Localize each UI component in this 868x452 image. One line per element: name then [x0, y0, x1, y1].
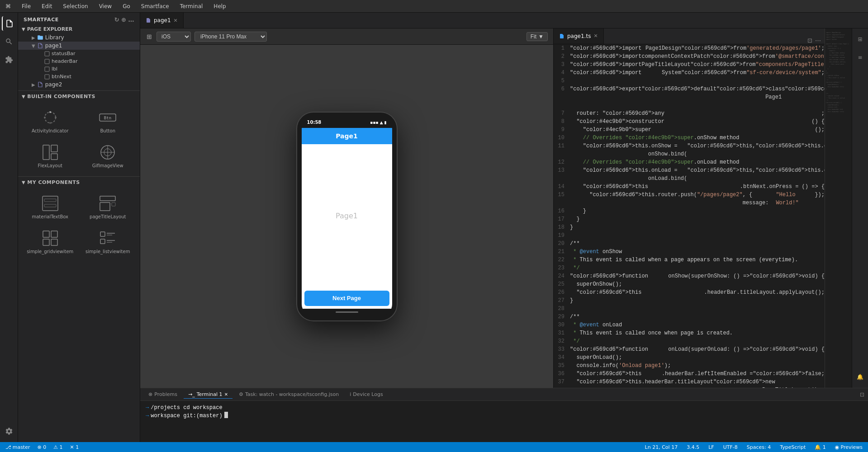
- more-actions-btn[interactable]: ⋯: [815, 37, 821, 44]
- apple-menu[interactable]: ⌘: [4, 2, 13, 10]
- terminal-close-icon[interactable]: ✕: [224, 392, 228, 397]
- activity-search-icon[interactable]: [2, 34, 16, 49]
- status-indent[interactable]: Spaces: 4: [745, 444, 773, 450]
- right-panel: ⊞ ≡ 🔔: [852, 28, 868, 388]
- phone-next-btn[interactable]: Next Page: [304, 291, 389, 306]
- component-pagetitlelayout[interactable]: pageTitleLayout: [80, 190, 137, 224]
- indent-label: Spaces: 4: [747, 444, 771, 450]
- materialtextbox-label: materialTextBox: [32, 214, 68, 219]
- code-tab-close-icon[interactable]: ✕: [593, 33, 598, 39]
- line-number: 11: [554, 142, 570, 158]
- status-previews[interactable]: ◉ Previews: [833, 444, 864, 450]
- preview-tab-close[interactable]: ✕: [174, 18, 178, 24]
- svg-rect-11: [43, 145, 49, 160]
- tree-item-page2[interactable]: ▶ page2: [18, 80, 140, 89]
- menu-file[interactable]: File: [20, 2, 33, 10]
- page-explorer-header[interactable]: ▼ PAGE EXPLORER: [18, 25, 140, 33]
- toggle-view-btn[interactable]: ⊞: [146, 32, 153, 41]
- page2-icon: [37, 81, 43, 88]
- code-line: 9 "color:#4ec9b0">super();: [554, 126, 825, 134]
- code-body[interactable]: 1"color:#569cd6">import Page1Design "col…: [554, 44, 825, 388]
- minimap: import Page1Design import componentConte…: [825, 28, 852, 388]
- tree-item-statusbar[interactable]: statusBar: [18, 50, 140, 57]
- terminal-tab-device-logs[interactable]: i Device Logs: [345, 391, 388, 398]
- status-spaces[interactable]: 3.4.5: [685, 444, 701, 450]
- line-code: [570, 231, 825, 240]
- activityindicator-icon: [41, 108, 59, 127]
- lbl-label: lbl: [52, 66, 57, 72]
- my-components-section: ▼ MY COMPONENTS materialTextBox: [18, 176, 140, 262]
- status-notifications[interactable]: 🔔 1: [813, 444, 828, 450]
- refresh-icon[interactable]: ↻: [114, 16, 119, 23]
- terminal-tab-problems[interactable]: ⊗ Problems: [144, 391, 182, 398]
- status-branch[interactable]: ⎇ master: [4, 444, 32, 450]
- preview-toolbar: ⊞ iOS Android iPhone 11 Pro Max iPhone 1…: [140, 28, 553, 45]
- menu-smartface[interactable]: Smartface: [139, 2, 171, 10]
- status-errors[interactable]: ⊗ 0: [35, 444, 48, 450]
- more-icon[interactable]: …: [128, 16, 135, 23]
- code-line: 1"color:#569cd6">import Page1Design "col…: [554, 44, 825, 52]
- activity-extensions-icon[interactable]: [2, 52, 16, 67]
- built-in-components-header[interactable]: ▼ BUILT-IN COMPONENTS: [18, 91, 140, 102]
- component-activityindicator[interactable]: ActivityIndicator: [22, 104, 79, 138]
- right-panel-icon-1[interactable]: ⊞: [853, 32, 868, 47]
- right-panel-icon-2[interactable]: ≡: [853, 50, 868, 65]
- activity-settings-icon[interactable]: [2, 424, 16, 438]
- component-gifimageview[interactable]: GifImageView: [80, 139, 137, 173]
- tree-item-headerbar[interactable]: headerBar: [18, 57, 140, 65]
- tree-item-btnnext[interactable]: btnNext: [18, 73, 140, 80]
- status-language[interactable]: TypeScript: [778, 444, 807, 450]
- tree-item-library[interactable]: ▶ Library: [18, 33, 140, 42]
- svg-rect-1: [45, 59, 49, 64]
- code-tab-label: page1.ts: [567, 33, 591, 39]
- menu-edit[interactable]: Edit: [40, 2, 54, 10]
- platform-select[interactable]: iOS Android: [157, 32, 191, 42]
- tree-item-page1[interactable]: ▼ page1 🗑 ⎘: [18, 42, 140, 50]
- battery-icon: ▮: [384, 120, 387, 125]
- right-panel-notifications-icon[interactable]: 🔔: [853, 370, 868, 384]
- preview-tab[interactable]: page1 ✕: [140, 13, 184, 28]
- fit-button[interactable]: Fit ▼: [526, 32, 548, 41]
- component-simple-listviewitem[interactable]: simple_listviewitem: [80, 225, 137, 259]
- terminal-tab-terminal1[interactable]: →_ Terminal 1 ✕: [184, 391, 232, 399]
- menu-go[interactable]: Go: [121, 2, 132, 10]
- svg-point-5: [49, 111, 51, 113]
- line-code: superOnShow();: [570, 280, 825, 288]
- add-icon[interactable]: ⊕: [121, 16, 126, 23]
- component-materialtextbox[interactable]: materialTextBox: [22, 190, 79, 224]
- status-line-col[interactable]: Ln 21, Col 17: [643, 444, 680, 450]
- component-button[interactable]: Btn Button: [80, 104, 137, 138]
- status-lf[interactable]: LF: [707, 444, 716, 450]
- phone-frame: 10:58 ▪▪▪ ▲ ▮ Page1: [297, 113, 397, 320]
- menu-view[interactable]: View: [97, 2, 114, 10]
- tree-item-lbl[interactable]: lbl: [18, 65, 140, 73]
- activityindicator-label: ActivityIndicator: [32, 128, 69, 133]
- my-components-header[interactable]: ▼ MY COMPONENTS: [18, 177, 140, 188]
- button-label: Button: [100, 128, 116, 133]
- activity-files-icon[interactable]: [2, 16, 16, 31]
- code-tab[interactable]: page1.ts ✕: [554, 28, 604, 44]
- line-code: // Overrides "color:#4ec9b0">super.onLoa…: [570, 158, 825, 166]
- chevron-right-icon: ▶: [32, 35, 35, 40]
- terminal-maximize-btn[interactable]: ⊡: [860, 391, 864, 398]
- status-warnings[interactable]: ⚠ 1: [52, 444, 64, 450]
- status-info[interactable]: ✕ 1: [68, 444, 81, 450]
- line-number: 29: [554, 313, 570, 321]
- component-simple-gridviewitem[interactable]: simple_gridviewitem: [22, 225, 79, 259]
- terminal-tab-task[interactable]: ⚙ Task: watch - workspace/tsconfig.json: [234, 391, 343, 398]
- terminal-line-2: → workspace git:(master): [146, 412, 863, 420]
- component-flexlayout[interactable]: FlexLayout: [22, 139, 79, 173]
- line-number: 22: [554, 256, 570, 264]
- device-select[interactable]: iPhone 11 Pro Max iPhone 12 iPhone SE: [194, 32, 267, 42]
- menu-terminal[interactable]: Terminal: [178, 2, 205, 10]
- gifimageview-label: GifImageView: [92, 163, 123, 168]
- line-code: * This event is called when a page appea…: [570, 256, 825, 264]
- menu-selection[interactable]: Selection: [61, 2, 90, 10]
- problems-label: Problems: [154, 391, 177, 397]
- status-encoding[interactable]: UTF-8: [721, 444, 740, 450]
- terminal-pane: ⊗ Problems →_ Terminal 1 ✕ ⚙ Task: watch…: [140, 388, 868, 442]
- code-tab-icon: [559, 33, 564, 39]
- menu-help[interactable]: Help: [212, 2, 228, 10]
- split-editor-btn[interactable]: ⊡: [807, 37, 812, 44]
- terminal-body[interactable]: → /projects cd workspace → workspace git…: [140, 401, 868, 442]
